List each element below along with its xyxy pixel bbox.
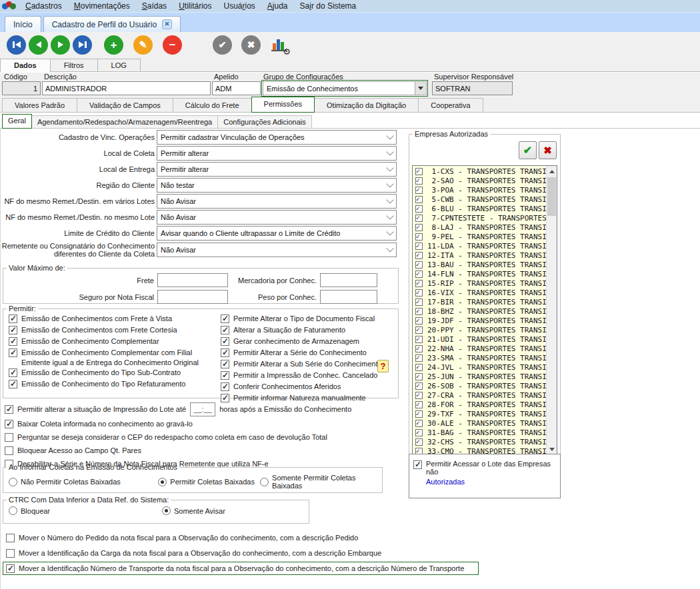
check-all-button[interactable]: ✔ bbox=[519, 141, 537, 159]
setting-dropdown[interactable]: Permitir cadastrar Vinculação de Operaçõ… bbox=[157, 130, 397, 145]
empresa-row[interactable]: 19-JDF - TRANSPORTES TRANSI bbox=[413, 316, 545, 325]
empresa-row[interactable]: 16-VIX - TRANSPORTES TRANSI bbox=[413, 288, 545, 297]
empresa-row[interactable]: 32-CHS - TRANSPORTES TRANSI bbox=[413, 437, 545, 446]
empresa-row[interactable]: 15-RIP - TRANSPORTES TRANSI bbox=[413, 279, 545, 288]
checkbox-icon[interactable] bbox=[415, 252, 423, 259]
radio-icon[interactable] bbox=[158, 478, 167, 486]
empresa-row[interactable]: 14-FLN - TRANSPORTES TRANSI bbox=[413, 269, 545, 279]
permission-tab[interactable]: Otimização da Digitação bbox=[314, 98, 419, 112]
checkbox-icon[interactable] bbox=[415, 243, 423, 250]
tab-cadastro-perfil[interactable]: Cadastro de Perfil do Usuário ✕ bbox=[43, 16, 181, 32]
empresa-row[interactable]: 22-NHA - TRANSPORTES TRANSI bbox=[413, 344, 545, 353]
empresa-row[interactable]: 28-FOR - TRANSPORTES TRANSI bbox=[413, 400, 545, 409]
checkbox-icon[interactable] bbox=[5, 420, 13, 428]
scrollbar-thumb[interactable] bbox=[547, 177, 556, 216]
empresa-row[interactable]: 7-CPNTESTETE - TRANSPORTES bbox=[413, 213, 545, 223]
permission-tab[interactable]: Cooperativa bbox=[418, 98, 483, 112]
empresa-row[interactable]: 25-JUN - TRANSPORTES TRANSI bbox=[413, 372, 545, 381]
valor-field-input[interactable] bbox=[320, 273, 377, 287]
menu-item[interactable]: Sair do Sistema bbox=[294, 0, 363, 12]
permitir-checkbox-row[interactable]: Conferir Conhecimentos Aferidos bbox=[221, 382, 397, 393]
empresa-row[interactable]: 18-BHZ - TRANSPORTES TRANSI bbox=[413, 306, 545, 316]
menu-item[interactable]: Cadastros bbox=[19, 0, 68, 12]
setting-dropdown[interactable]: Avisar quando o Cliente ultrapassar o Li… bbox=[157, 226, 397, 241]
mover-checkbox-row[interactable]: Mover a Identificação da Carga da nota f… bbox=[3, 546, 479, 560]
checkbox-icon[interactable] bbox=[9, 380, 17, 388]
radio-option[interactable]: Não Permitir Coletas Baixadas bbox=[9, 478, 158, 486]
permitir-checkbox-row[interactable]: Emissão de Conhecimento do Tipo Refatura… bbox=[9, 379, 209, 390]
previous-record-button[interactable] bbox=[29, 35, 48, 55]
checkbox-icon[interactable] bbox=[415, 345, 423, 352]
empresa-row[interactable]: 1-CXS - TRANSPORTES TRANSI bbox=[413, 167, 545, 176]
checkbox-icon[interactable] bbox=[221, 382, 229, 391]
permitir-checkbox-row[interactable]: Emissão de Conhecimentos com Frete à Vis… bbox=[9, 314, 209, 325]
first-record-button[interactable] bbox=[7, 35, 26, 55]
checkbox-icon[interactable] bbox=[415, 308, 423, 315]
radio-option[interactable]: Somente Avisar bbox=[162, 506, 225, 515]
checkbox-icon[interactable] bbox=[5, 405, 13, 414]
checkbox-icon[interactable] bbox=[415, 382, 423, 390]
setting-dropdown[interactable]: Permitir alterar bbox=[157, 162, 397, 177]
permitir-checkbox-row[interactable]: Gerar conhecimento de Armazenagem bbox=[221, 336, 397, 348]
checkbox-icon[interactable] bbox=[415, 289, 423, 296]
scroll-up-icon[interactable] bbox=[547, 166, 557, 177]
permitir-checkbox-row[interactable]: Permite Alterar o Tipo de Documento Fisc… bbox=[221, 314, 397, 325]
chart-settings-button[interactable]: ⚙ bbox=[270, 35, 289, 54]
setting-dropdown[interactable]: Não Avisar bbox=[157, 194, 397, 209]
option-checkbox-row[interactable]: Bloquear Acesso ao Campo Qt. Pares bbox=[5, 444, 327, 457]
permitir-checkbox-row[interactable]: Emissão de Conhecimento do Tipo Sub-Cont… bbox=[9, 368, 209, 379]
valor-field-input[interactable] bbox=[157, 273, 228, 287]
empresa-row[interactable]: 29-TXF - TRANSPORTES TRANSI bbox=[413, 409, 545, 418]
add-record-button[interactable]: + bbox=[104, 35, 123, 55]
checkbox-icon[interactable] bbox=[415, 224, 423, 231]
permitir-checkbox-row[interactable]: Emissão de Conhecimento Complementar com… bbox=[9, 348, 209, 368]
radio-icon[interactable] bbox=[9, 478, 17, 486]
permitir-checkbox-row[interactable]: Permitir Alterar a Sub Série do Conhecim… bbox=[221, 359, 397, 370]
next-record-button[interactable] bbox=[51, 35, 70, 55]
permitir-checkbox-row[interactable]: Emissão de Conhecimentos com Frete Corte… bbox=[9, 325, 209, 336]
checkbox-icon[interactable] bbox=[221, 360, 229, 368]
checkbox-icon[interactable] bbox=[415, 401, 423, 408]
checkbox-icon[interactable] bbox=[9, 337, 17, 346]
checkbox-icon[interactable] bbox=[221, 314, 229, 323]
checkbox-icon[interactable] bbox=[415, 392, 423, 399]
empresa-row[interactable]: 12-ITA - TRANSPORTES TRANSI bbox=[413, 251, 545, 260]
empresa-row[interactable]: 5-CWB - TRANSPORTES TRANSI bbox=[413, 195, 545, 204]
checkbox-icon[interactable] bbox=[415, 280, 423, 287]
cancel-button[interactable]: ✖ bbox=[241, 35, 261, 55]
checkbox-icon[interactable] bbox=[415, 187, 423, 194]
menu-item[interactable]: Saídas bbox=[136, 0, 173, 12]
permitir-checkbox-row[interactable]: Emissão de Conhecimento Complementar bbox=[9, 336, 209, 348]
lote-time-input[interactable] bbox=[190, 402, 215, 416]
help-icon[interactable]: ? bbox=[377, 360, 389, 372]
empresa-row[interactable]: 23-SMA - TRANSPORTES TRANSI bbox=[413, 353, 545, 362]
checkbox-icon[interactable] bbox=[221, 348, 229, 357]
checkbox-icon[interactable] bbox=[221, 326, 229, 334]
checkbox-icon[interactable] bbox=[6, 534, 15, 542]
checkbox-icon[interactable] bbox=[415, 196, 423, 203]
checkbox-icon[interactable] bbox=[415, 420, 423, 427]
permitir-checkbox-row[interactable]: Permitir Alterar a Série do Conhecimento bbox=[221, 348, 397, 359]
menu-item[interactable]: Utilitários bbox=[173, 0, 217, 12]
sub-tab[interactable]: Agendamento/Redespacho/Armazenagem/Reent… bbox=[31, 115, 218, 128]
option-checkbox-row[interactable]: Perguntar se deseja considerar o CEP do … bbox=[5, 430, 327, 444]
permitir-checkbox-row[interactable]: Alterar a Situação de Faturamento bbox=[221, 325, 397, 336]
checkbox-icon[interactable] bbox=[413, 460, 422, 469]
checkbox-icon[interactable] bbox=[9, 326, 17, 334]
descricao-field[interactable] bbox=[42, 81, 211, 95]
checkbox-icon[interactable] bbox=[9, 368, 17, 377]
checkbox-icon[interactable] bbox=[415, 438, 423, 446]
empresa-row[interactable]: 24-JVL - TRANSPORTES TRANSI bbox=[413, 362, 545, 372]
permission-tab[interactable]: Cálculo do Frete bbox=[173, 98, 252, 112]
permission-tab[interactable]: Validação de Campos bbox=[77, 98, 173, 112]
checkbox-icon[interactable] bbox=[415, 373, 423, 380]
delete-record-button[interactable]: − bbox=[163, 35, 182, 55]
permitir-checkbox-row[interactable]: Permitir a Impressão de Conhec. Cancelad… bbox=[221, 370, 397, 382]
checkbox-icon[interactable] bbox=[415, 317, 423, 324]
empresa-row[interactable]: 8-LAJ - TRANSPORTES TRANSI bbox=[413, 223, 545, 232]
radio-option[interactable]: Somente Permitir Coletas Baixadas bbox=[260, 474, 382, 490]
checkbox-icon[interactable] bbox=[415, 336, 423, 343]
main-tab[interactable]: Filtros bbox=[50, 59, 98, 71]
radio-option[interactable]: Permitir Coletas Baixadas bbox=[158, 478, 260, 486]
empresa-row[interactable]: 3-POA - TRANSPORTES TRANSI bbox=[413, 185, 545, 195]
